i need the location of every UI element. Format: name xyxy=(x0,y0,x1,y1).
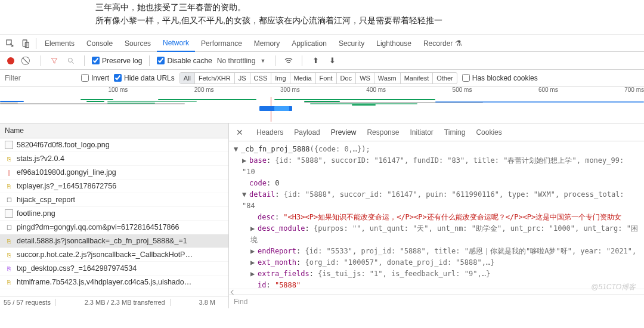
tab-elements[interactable]: Elements xyxy=(39,35,80,52)
filter-input[interactable] xyxy=(5,74,76,82)
type-doc[interactable]: Doc xyxy=(337,73,357,83)
type-img[interactable]: Img xyxy=(271,73,290,83)
network-conditions-icon[interactable] xyxy=(283,55,295,67)
svg-rect-1 xyxy=(23,40,27,47)
request-row[interactable]: ⎘txplayer.js?_=1645178672756 xyxy=(0,180,228,193)
tab-initiator[interactable]: Initiator xyxy=(410,128,433,137)
tab-console[interactable]: Console xyxy=(80,35,119,52)
tab-payload[interactable]: Payload xyxy=(294,128,320,137)
close-icon[interactable]: ✕ xyxy=(236,128,243,137)
chevron-right-icon[interactable]: ▶ xyxy=(250,257,256,268)
js-icon: ⎘ xyxy=(5,250,13,259)
type-manifest[interactable]: Manifest xyxy=(401,73,434,83)
js-icon: ⎘ xyxy=(5,278,13,286)
request-list-panel: Name 58204f67d0f8.foot_logo.png⎘stats.js… xyxy=(0,123,229,308)
page-text-2: 所有像小黎一样，平凡,但又不平凡,的女孩，都应该在内心流淌着江河，只是需要帮着轻… xyxy=(95,16,549,26)
request-name: txplayer.js?_=1645178672756 xyxy=(17,182,116,190)
blocked-cookies-checkbox[interactable]: Has blocked cookies xyxy=(462,74,538,82)
png-icon xyxy=(5,141,13,149)
disable-cache-checkbox[interactable]: Disable cache xyxy=(157,57,212,65)
tab-cookies[interactable]: Cookies xyxy=(476,128,501,137)
tab-preview[interactable]: Preview xyxy=(331,128,357,137)
tick: 300 ms xyxy=(214,86,300,93)
download-har-icon[interactable]: ⬇ xyxy=(326,55,338,67)
request-row[interactable]: footline.png xyxy=(0,207,228,221)
request-name: pingd?dm=gongyi.qq.com&pvi=6172816451786… xyxy=(17,223,179,231)
request-name: txp_desktop.css?_=1642987974534 xyxy=(17,264,137,273)
filter-bar: Invert Hide data URLs All Fetch/XHR JS C… xyxy=(0,70,644,86)
chevron-down-icon[interactable]: ▼ xyxy=(234,144,240,155)
request-name: htmlframe.7b5423.js,v4hdplayer.cd4ca5.js… xyxy=(17,278,191,286)
devtools-tab-bar: Elements Console Sources Network Perform… xyxy=(0,35,644,52)
request-row[interactable]: ⎘succor.p.hot.cate.2.js?jsoncallback=_Ca… xyxy=(0,248,228,262)
upload-har-icon[interactable]: ⬆ xyxy=(309,55,321,67)
preserve-log-checkbox[interactable]: Preserve log xyxy=(92,57,142,65)
tab-timing[interactable]: Timing xyxy=(444,128,466,137)
chevron-down-icon[interactable]: ▼ xyxy=(242,189,248,200)
timeline-overview[interactable]: 100 ms 200 ms 300 ms 400 ms 500 ms 600 m… xyxy=(0,86,644,123)
chevron-right-icon[interactable]: ▶ xyxy=(242,155,248,166)
img-icon: | xyxy=(5,168,13,177)
search-icon[interactable] xyxy=(65,55,77,67)
request-row[interactable]: ⎘stats.js?v2.0.4 xyxy=(0,152,228,166)
scrollbar[interactable] xyxy=(229,289,644,295)
request-row[interactable]: ⎘txp_desktop.css?_=1642987974534 xyxy=(0,262,228,276)
type-css[interactable]: CSS xyxy=(250,73,272,83)
request-name: succor.p.hot.cate.2.js?jsoncallback=_Cal… xyxy=(17,250,193,259)
type-all[interactable]: All xyxy=(180,73,195,83)
request-row[interactable]: ⎘htmlframe.7b5423.js,v4hdplayer.cd4ca5.j… xyxy=(0,276,228,289)
tab-recorder[interactable]: Recorder ⚗ xyxy=(417,35,468,52)
doc-icon: ☐ xyxy=(5,223,13,231)
type-font[interactable]: Font xyxy=(316,73,337,83)
request-list[interactable]: 58204f67d0f8.foot_logo.png⎘stats.js?v2.0… xyxy=(0,138,228,296)
separator xyxy=(275,55,275,66)
tab-performance[interactable]: Performance xyxy=(195,35,248,52)
hide-data-urls-checkbox[interactable]: Hide data URLs xyxy=(114,74,175,82)
request-row[interactable]: 58204f67d0f8.foot_logo.png xyxy=(0,138,228,152)
flask-icon: ⚗ xyxy=(455,39,462,48)
request-name: ef96a101980d.gongyi_line.jpg xyxy=(17,168,116,177)
clear-icon[interactable]: ⃠ xyxy=(21,55,33,67)
request-row[interactable]: ☐pingd?dm=gongyi.qq.com&pvi=617281645178… xyxy=(0,221,228,234)
inspect-icon[interactable] xyxy=(2,36,18,51)
type-media[interactable]: Media xyxy=(290,73,316,83)
chevron-right-icon[interactable]: ▶ xyxy=(250,268,256,280)
chevron-right-icon[interactable]: ▶ xyxy=(250,246,256,257)
tab-lighthouse[interactable]: Lighthouse xyxy=(370,35,417,52)
chevron-right-icon[interactable]: ▶ xyxy=(250,223,256,234)
tab-response[interactable]: Response xyxy=(367,128,399,137)
type-ws[interactable]: WS xyxy=(356,73,374,83)
tab-sources[interactable]: Sources xyxy=(119,35,157,52)
device-toggle-icon[interactable] xyxy=(18,36,33,51)
status-bar: 55 / 57 requests2.3 MB / 2.3 MB transfer… xyxy=(0,296,228,308)
request-row[interactable]: |ef96a101980d.gongyi_line.jpg xyxy=(0,166,228,180)
type-other[interactable]: Other xyxy=(433,73,457,83)
find-input[interactable]: Find xyxy=(229,295,644,308)
tick: 700 ms xyxy=(558,86,644,93)
timeline-bars xyxy=(0,97,644,121)
type-fetch[interactable]: Fetch/XHR xyxy=(195,73,235,83)
detail-tabs: ✕ Headers Payload Preview Response Initi… xyxy=(229,123,644,141)
network-toolbar: ⃠ Preserve log Disable cache No throttli… xyxy=(0,52,644,70)
throttling-select[interactable]: No throttling▼ xyxy=(217,57,268,65)
request-row[interactable]: ☐hijack_csp_report xyxy=(0,193,228,207)
preview-body[interactable]: ▼_cb_fn_proj_5888({code: 0,…}); ▶base: {… xyxy=(229,141,644,289)
column-name-header[interactable]: Name xyxy=(0,123,228,138)
tab-headers[interactable]: Headers xyxy=(256,128,283,137)
request-row[interactable]: ⎘detail.5888.js?jsoncallback=_cb_fn_proj… xyxy=(0,234,228,248)
doc-icon: ☐ xyxy=(5,196,13,204)
separator xyxy=(149,55,150,66)
tab-memory[interactable]: Memory xyxy=(248,35,286,52)
tick: 600 ms xyxy=(472,86,558,93)
record-button[interactable] xyxy=(5,55,17,67)
filter-icon[interactable] xyxy=(48,55,60,67)
tick: 500 ms xyxy=(386,86,472,93)
tab-application[interactable]: Application xyxy=(286,35,333,52)
type-wasm[interactable]: Wasm xyxy=(374,73,401,83)
invert-checkbox[interactable]: Invert xyxy=(81,74,109,82)
type-js[interactable]: JS xyxy=(235,73,250,83)
tab-network[interactable]: Network xyxy=(157,35,195,52)
separator xyxy=(302,55,302,66)
png-icon xyxy=(5,209,13,218)
tab-security[interactable]: Security xyxy=(333,35,370,52)
